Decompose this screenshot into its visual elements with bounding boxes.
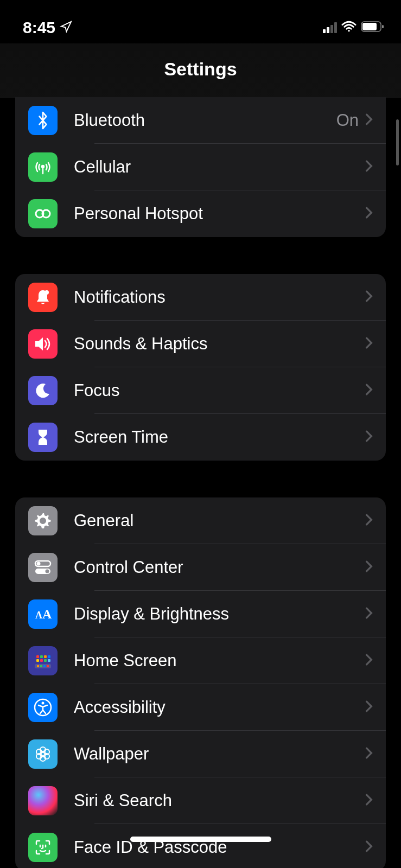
row-notifications[interactable]: Notifications — [15, 274, 386, 321]
row-siri-search[interactable]: Siri & Search — [15, 777, 386, 824]
siri-icon — [28, 786, 58, 815]
svg-rect-19 — [36, 659, 39, 662]
svg-rect-22 — [48, 659, 50, 662]
row-cellular[interactable]: Cellular — [15, 144, 386, 190]
svg-text:A: A — [42, 607, 52, 621]
row-accessibility[interactable]: Accessibility — [15, 684, 386, 731]
bluetooth-icon — [28, 106, 58, 135]
location-icon — [60, 18, 72, 37]
svg-rect-24 — [37, 665, 39, 667]
status-bar-right — [323, 21, 385, 35]
chevron-right-icon — [365, 290, 373, 304]
row-label: Screen Time — [74, 427, 365, 447]
row-label: Siri & Search — [74, 791, 365, 810]
status-bar-left: 8:45 — [23, 18, 72, 37]
row-label: Bluetooth — [74, 111, 336, 130]
row-label: Cellular — [74, 157, 365, 177]
chevron-right-icon — [365, 700, 373, 714]
general-icon — [28, 506, 58, 535]
wallpaper-icon — [28, 739, 58, 769]
row-wallpaper[interactable]: Wallpaper — [15, 731, 386, 777]
chevron-right-icon — [365, 113, 373, 127]
page-title: Settings — [0, 43, 401, 98]
row-display-brightness[interactable]: A A Display & Brightness — [15, 591, 386, 637]
chevron-right-icon — [365, 337, 373, 351]
svg-point-12 — [46, 570, 49, 573]
row-focus[interactable]: Focus — [15, 367, 386, 414]
face-id-icon — [28, 833, 58, 862]
hotspot-icon — [28, 199, 58, 228]
svg-rect-26 — [43, 665, 46, 667]
row-value: On — [336, 111, 359, 130]
svg-rect-20 — [40, 659, 43, 662]
chevron-right-icon — [365, 794, 373, 808]
cellular-icon — [28, 152, 58, 182]
svg-rect-18 — [48, 655, 50, 658]
row-label: Personal Hotspot — [74, 204, 365, 224]
row-bluetooth[interactable]: Bluetooth On — [15, 97, 386, 144]
chevron-right-icon — [365, 560, 373, 575]
svg-rect-3 — [382, 25, 384, 28]
row-face-id-passcode[interactable]: Face ID & Passcode — [15, 824, 386, 868]
row-home-screen[interactable]: Home Screen — [15, 637, 386, 684]
row-label: Display & Brightness — [74, 604, 365, 624]
home-indicator[interactable] — [130, 837, 271, 842]
home-screen-icon — [28, 646, 58, 675]
svg-rect-2 — [362, 23, 377, 30]
battery-icon — [361, 21, 385, 35]
row-control-center[interactable]: Control Center — [15, 544, 386, 591]
chevron-right-icon — [365, 840, 373, 854]
row-label: Sounds & Haptics — [74, 334, 365, 354]
notifications-icon — [28, 283, 58, 312]
row-label: Home Screen — [74, 651, 365, 671]
svg-point-10 — [37, 562, 41, 566]
chevron-right-icon — [365, 160, 373, 174]
chevron-right-icon — [365, 654, 373, 668]
chevron-right-icon — [365, 607, 373, 621]
row-sounds-haptics[interactable]: Sounds & Haptics — [15, 321, 386, 367]
status-time: 8:45 — [23, 18, 55, 37]
screen-time-icon — [28, 423, 58, 452]
svg-rect-16 — [40, 655, 43, 658]
accessibility-icon — [28, 693, 58, 722]
svg-point-29 — [42, 702, 44, 705]
row-label: Focus — [74, 381, 365, 400]
status-bar: 8:45 — [0, 0, 401, 43]
svg-rect-21 — [44, 659, 47, 662]
svg-text:A: A — [35, 610, 42, 621]
row-personal-hotspot[interactable]: Personal Hotspot — [15, 190, 386, 237]
svg-point-8 — [44, 290, 49, 295]
control-center-icon — [28, 553, 58, 582]
svg-rect-17 — [44, 655, 47, 658]
svg-rect-25 — [40, 665, 42, 667]
display-icon: A A — [28, 599, 58, 629]
chevron-right-icon — [365, 430, 373, 444]
row-screen-time[interactable]: Screen Time — [15, 414, 386, 461]
row-label: General — [74, 511, 365, 531]
chevron-right-icon — [365, 514, 373, 528]
cellular-signal-icon — [323, 22, 337, 33]
settings-group-connectivity: Bluetooth On Cellular — [15, 97, 386, 237]
row-label: Control Center — [74, 558, 365, 577]
svg-point-0 — [348, 30, 350, 32]
svg-rect-27 — [47, 665, 49, 667]
chevron-right-icon — [365, 747, 373, 761]
settings-group-notifications: Notifications Sounds & Haptics — [15, 274, 386, 461]
row-label: Accessibility — [74, 698, 365, 717]
svg-rect-15 — [36, 655, 39, 658]
row-label: Wallpaper — [74, 744, 365, 764]
settings-group-general: General Control Center A — [15, 497, 386, 868]
sounds-icon — [28, 329, 58, 359]
scroll-indicator[interactable] — [396, 119, 399, 165]
chevron-right-icon — [365, 384, 373, 398]
row-general[interactable]: General — [15, 497, 386, 544]
row-label: Notifications — [74, 288, 365, 307]
chevron-right-icon — [365, 207, 373, 221]
wifi-icon — [341, 21, 357, 35]
focus-icon — [28, 376, 58, 405]
